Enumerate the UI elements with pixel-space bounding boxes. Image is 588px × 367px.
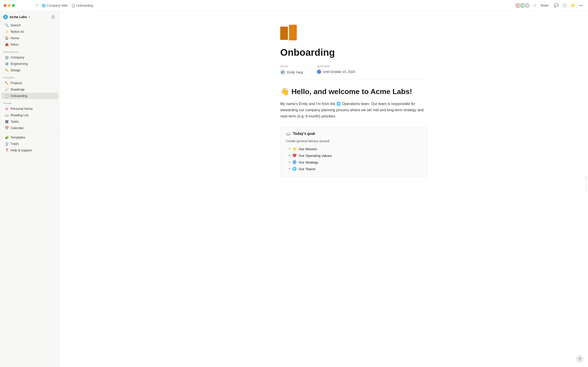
sidebar-item-tasks-label: Tasks — [10, 120, 19, 123]
verification-date: Until October 15, 2024 — [323, 70, 355, 74]
sidebar-item-roadmap-label: Roadmap — [10, 88, 25, 91]
sidebar-item-search[interactable]: 🔍 Search — [1, 22, 58, 28]
titlebar-right: E M J +2 Share 💬 🕐 ⭐ ••• — [515, 2, 584, 9]
books-icon — [280, 25, 299, 41]
owner-name: Emily Yang — [287, 70, 303, 74]
help-question-button[interactable]: ? — [576, 355, 583, 362]
strategy-label: Our Strategy — [299, 160, 318, 164]
design-icon: ✏️ — [5, 68, 9, 72]
sidebar-item-home[interactable]: 🏠 Home — [1, 35, 58, 41]
verification-value: ✓ Until October 15, 2024 — [317, 70, 355, 74]
maximize-button[interactable] — [12, 4, 15, 7]
owner-value: EY Emily Yang — [280, 70, 303, 75]
main-content: Onboarding Owner EY Emily Yang Verificat… — [120, 11, 588, 367]
company-icon: 🏢 — [5, 55, 9, 59]
sidebar-item-trash[interactable]: 🗑️ Trash — [1, 141, 58, 147]
owner-label: Owner — [280, 65, 303, 68]
sidebar-item-onboarding-label: Onboarding — [10, 94, 27, 98]
page-body: Onboarding Owner EY Emily Yang Verificat… — [262, 11, 446, 205]
minimize-button[interactable] — [8, 4, 10, 7]
sidebar-item-inbox[interactable]: 📥 Inbox — [1, 41, 58, 48]
sidebar-item-templates-label: Templates — [10, 135, 25, 139]
workspace-name-label: Acme Labs — [10, 15, 27, 19]
sidebar-item-roadmap[interactable]: 📈 Roadmap — [1, 86, 58, 93]
sidebar-item-projects[interactable]: ✏️ Projects — [1, 80, 58, 86]
page-title: Onboarding — [280, 47, 427, 58]
list-item: 🌀 Our Strategy — [289, 159, 422, 166]
sidebar-divider — [0, 133, 60, 133]
sidebar-item-calendar-label: Calendar — [10, 126, 24, 130]
breadcrumb-onboarding[interactable]: 📋 Onboarding — [71, 4, 93, 7]
help-icon: ❓ — [5, 148, 9, 152]
close-button[interactable] — [4, 4, 6, 7]
workspace-selector[interactable]: A Acme Labs ▾ — [3, 15, 30, 19]
history-button[interactable]: 🕐 — [561, 2, 568, 9]
window-controls — [4, 4, 15, 7]
comments-button[interactable]: 💬 — [553, 2, 560, 9]
back-button[interactable]: ← — [18, 2, 24, 9]
strategy-icon: 🌀 — [292, 160, 297, 164]
favorites-label: Favorites — [0, 73, 60, 80]
avatar-count: +2 — [533, 4, 536, 7]
sidebar-item-inbox-label: Inbox — [10, 43, 18, 46]
callout-title: 📖 Today's goal — [286, 132, 422, 136]
breadcrumb-company-wiki[interactable]: 🌐 Company Wiki — [42, 4, 68, 7]
page-meta: Owner EY Emily Yang Verification ✓ Until… — [280, 65, 427, 80]
engineering-icon: ⚙️ — [5, 62, 9, 66]
sidebar-item-personal-home[interactable]: 🌸 Personal Home — [1, 106, 58, 112]
book-left — [280, 27, 288, 40]
owner-field: Owner EY Emily Yang — [280, 65, 303, 75]
sidebar-item-personal-home-label: Personal Home — [10, 107, 33, 110]
callout-title-text: Today's goal — [293, 132, 315, 136]
home-icon: 🏠 — [5, 36, 9, 40]
new-page-button[interactable] — [50, 14, 56, 20]
company-wiki-icon: 🌐 — [42, 4, 46, 7]
list-item: 🌐 Our Teams — [289, 166, 422, 172]
add-page-button[interactable]: + — [34, 2, 40, 9]
titlebar: ← → + 🌐 Company Wiki / 📋 Onboarding E M … — [0, 0, 588, 11]
values-label: Our Operating Values — [299, 154, 332, 158]
tasks-icon: ✖️ — [5, 119, 9, 124]
sidebar-item-help[interactable]: ❓ Help & support — [1, 147, 58, 153]
sidebar-item-reading-list[interactable]: 📖 Reading List — [1, 112, 58, 118]
mission-label: Our Mission — [299, 147, 317, 151]
sidebar-item-templates[interactable]: 🧩 Templates — [1, 134, 58, 141]
welcome-heading: 👋 Hello, and welcome to Acme Labs! — [280, 87, 427, 97]
breadcrumb-separator: / — [69, 4, 70, 7]
teamspaces-label: Teamspaces — [0, 48, 60, 54]
nav-arrows: ← → — [18, 2, 32, 9]
sidebar-item-calendar[interactable]: 📅 Calendar — [1, 125, 58, 131]
sidebar-item-design[interactable]: ✏️ Design — [1, 67, 58, 73]
sidebar-item-tasks[interactable]: ✖️ Tasks — [1, 118, 58, 125]
callout-subtitle: Create general literacy around: — [286, 139, 422, 143]
workspace-icon-text: A — [5, 16, 6, 18]
share-button[interactable]: Share — [538, 2, 551, 8]
sidebar-item-notion-ai-label: Notion AI — [10, 30, 24, 33]
projects-icon: ✏️ — [5, 81, 9, 85]
forward-button[interactable]: → — [25, 2, 32, 9]
scroll-line-1 — [586, 176, 586, 180]
sidebar-item-reading-list-label: Reading List — [10, 113, 28, 117]
sidebar-item-projects-label: Projects — [10, 81, 22, 85]
more-options-button[interactable]: ••• — [578, 2, 584, 9]
sidebar-item-home-label: Home — [10, 36, 19, 40]
sidebar-item-onboarding[interactable]: 📋 Onboarding — [1, 93, 58, 99]
page-icon — [280, 25, 427, 41]
sidebar-item-notion-ai[interactable]: ✨ Notion AI — [1, 28, 58, 35]
breadcrumb-onboarding-label: Onboarding — [76, 4, 93, 7]
verification-label: Verification — [317, 65, 355, 68]
callout-box: 📖 Today's goal Create general literacy a… — [280, 127, 427, 177]
scroll-line-2 — [586, 181, 586, 186]
sidebar: A Acme Labs ▾ 🔍 Search ✨ Notion AI � — [0, 0, 60, 367]
sidebar-item-company-label: Company — [10, 56, 24, 59]
sidebar-item-design-label: Design — [10, 68, 21, 72]
search-icon: 🔍 — [5, 23, 9, 27]
sidebar-item-engineering[interactable]: ⚙️ Engineering — [1, 60, 58, 67]
templates-icon: 🧩 — [5, 135, 9, 140]
sidebar-header: A Acme Labs ▾ — [0, 11, 60, 22]
favorite-button[interactable]: ⭐ — [570, 2, 576, 9]
verification-field: Verification ✓ Until October 15, 2024 — [317, 65, 355, 75]
calendar-icon: 📅 — [5, 126, 9, 130]
teams-label: Our Teams — [299, 167, 315, 171]
sidebar-item-company[interactable]: 🏢 Company — [1, 54, 58, 60]
